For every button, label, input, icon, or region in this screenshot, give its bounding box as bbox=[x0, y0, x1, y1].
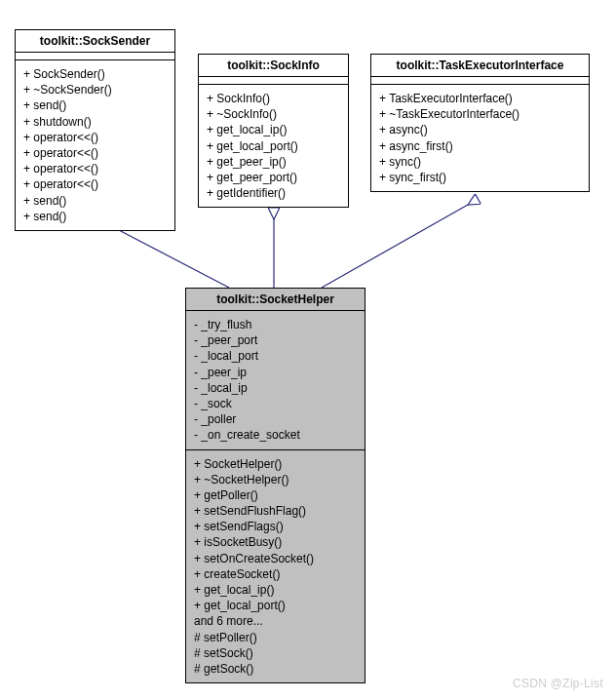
member: + getIdentifier() bbox=[207, 185, 340, 201]
member: + ~SocketHelper() bbox=[194, 472, 357, 487]
members-section: + SockSender() + ~SockSender() + send() … bbox=[16, 60, 174, 230]
class-sock-info: toolkit::SockInfo + SockInfo() + ~SockIn… bbox=[198, 54, 349, 208]
member: + get_local_port() bbox=[194, 598, 357, 613]
member: - _on_create_socket bbox=[194, 427, 357, 443]
member: + get_local_ip() bbox=[194, 582, 357, 598]
member: # setPoller() bbox=[194, 630, 357, 645]
private-members-section: - _try_flush - _peer_port - _local_port … bbox=[186, 311, 365, 450]
member: + shutdown() bbox=[23, 114, 167, 130]
class-socket-helper: toolkit::SocketHelper - _try_flush - _pe… bbox=[185, 288, 365, 683]
member: - _try_flush bbox=[194, 317, 357, 332]
member: + setSendFlags() bbox=[194, 519, 357, 534]
member: + createSocket() bbox=[194, 566, 357, 582]
watermark: CSDN @Zip-List bbox=[513, 677, 603, 690]
class-title: toolkit::SocketHelper bbox=[186, 289, 365, 311]
member: # setSock() bbox=[194, 645, 357, 661]
svg-line-0 bbox=[117, 229, 229, 288]
member: + send() bbox=[23, 193, 167, 209]
member: + SocketHelper() bbox=[194, 456, 357, 472]
member: + get_local_ip() bbox=[207, 122, 340, 137]
member: + get_peer_ip() bbox=[207, 154, 340, 170]
member: + operator<<() bbox=[23, 130, 167, 145]
member: + operator<<() bbox=[23, 161, 167, 176]
empty-section bbox=[16, 53, 174, 60]
members-section: + SockInfo() + ~SockInfo() + get_local_i… bbox=[199, 85, 348, 207]
member: + TaskExecutorInterface() bbox=[379, 91, 581, 106]
member: + send() bbox=[23, 97, 167, 113]
public-members-section: + SocketHelper() + ~SocketHelper() + get… bbox=[186, 450, 365, 683]
member: + send() bbox=[23, 209, 167, 224]
class-title: toolkit::SockSender bbox=[16, 30, 174, 53]
member: + setOnCreateSocket() bbox=[194, 551, 357, 566]
member: + setSendFlushFlag() bbox=[194, 503, 357, 519]
empty-section bbox=[371, 77, 589, 85]
member: # getSock() bbox=[194, 661, 357, 677]
member: - _poller bbox=[194, 411, 357, 427]
member: - _peer_port bbox=[194, 332, 357, 348]
member: + SockInfo() bbox=[207, 91, 340, 106]
member: + get_local_port() bbox=[207, 138, 340, 154]
member: - _peer_ip bbox=[194, 365, 357, 380]
member: + async_first() bbox=[379, 138, 581, 154]
member: and 6 more... bbox=[194, 613, 357, 629]
member: + async() bbox=[379, 122, 581, 137]
class-title: toolkit::SockInfo bbox=[199, 55, 348, 77]
member: + ~TaskExecutorInterface() bbox=[379, 106, 581, 122]
svg-line-2 bbox=[322, 205, 468, 288]
member: - _local_ip bbox=[194, 380, 357, 396]
member: + get_peer_port() bbox=[207, 170, 340, 185]
class-sock-sender: toolkit::SockSender + SockSender() + ~So… bbox=[15, 29, 175, 231]
member: - _local_port bbox=[194, 348, 357, 364]
member: + ~SockInfo() bbox=[207, 106, 340, 122]
member: + operator<<() bbox=[23, 176, 167, 192]
member: + sync() bbox=[379, 154, 581, 170]
member: - _sock bbox=[194, 396, 357, 411]
members-section: + TaskExecutorInterface() + ~TaskExecuto… bbox=[371, 85, 589, 191]
class-task-executor: toolkit::TaskExecutorInterface + TaskExe… bbox=[370, 54, 590, 192]
class-title: toolkit::TaskExecutorInterface bbox=[371, 55, 589, 77]
member: + SockSender() bbox=[23, 66, 167, 82]
member: + sync_first() bbox=[379, 170, 581, 185]
member: + ~SockSender() bbox=[23, 82, 167, 97]
member: + operator<<() bbox=[23, 145, 167, 161]
member: + getPoller() bbox=[194, 487, 357, 503]
member: + isSocketBusy() bbox=[194, 534, 357, 550]
empty-section bbox=[199, 77, 348, 85]
